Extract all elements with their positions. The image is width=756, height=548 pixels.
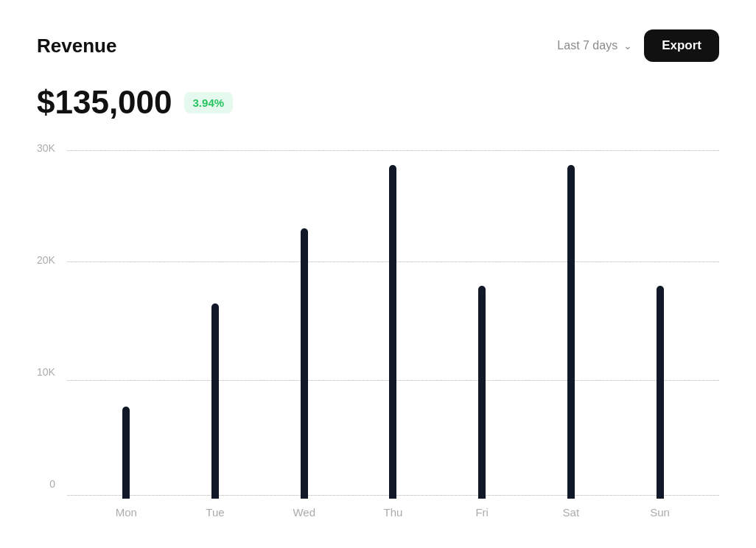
header-controls: Last 7 days ⌄ Export <box>557 29 719 62</box>
x-axis-label: Thu <box>371 506 415 519</box>
x-axis: MonTueWedThuFriSatSun <box>67 499 719 519</box>
y-axis-label: 0 <box>49 479 55 489</box>
date-filter-label: Last 7 days <box>557 39 617 52</box>
revenue-value: $135,000 <box>37 84 172 121</box>
x-axis-label: Sun <box>638 506 682 519</box>
x-axis-label: Sat <box>549 506 593 519</box>
bar-col <box>122 143 130 499</box>
bar <box>657 286 664 499</box>
grid-and-bars <box>67 143 719 499</box>
page-title: Revenue <box>37 35 116 57</box>
bar-col <box>478 143 486 499</box>
bar-col <box>211 143 219 499</box>
bar-col <box>301 143 308 499</box>
x-axis-label: Wed <box>282 506 326 519</box>
metrics-row: $135,000 3.94% <box>37 84 719 121</box>
bars-container <box>67 143 719 499</box>
y-axis-label: 20K <box>37 255 55 265</box>
chart-area: 30K20K10K0 MonTueWedThuFriSatSun <box>37 143 719 519</box>
bar <box>211 303 219 499</box>
chart-body: MonTueWedThuFriSatSun <box>67 143 719 519</box>
bar <box>301 228 308 499</box>
x-axis-label: Fri <box>460 506 504 519</box>
y-axis-label: 30K <box>37 143 55 153</box>
y-axis-label: 10K <box>37 367 55 377</box>
bar <box>567 165 575 499</box>
date-filter-dropdown[interactable]: Last 7 days ⌄ <box>557 39 632 52</box>
bar <box>122 407 130 499</box>
revenue-card: Revenue Last 7 days ⌄ Export $135,000 3.… <box>0 0 756 548</box>
change-badge: 3.94% <box>184 92 234 113</box>
bar-col <box>657 143 664 499</box>
x-axis-label: Mon <box>104 506 148 519</box>
y-axis: 30K20K10K0 <box>37 143 67 519</box>
bar <box>478 286 486 499</box>
chevron-down-icon: ⌄ <box>623 40 632 52</box>
bar <box>389 165 396 499</box>
export-button[interactable]: Export <box>644 29 719 62</box>
x-axis-label: Tue <box>193 506 237 519</box>
card-header: Revenue Last 7 days ⌄ Export <box>37 29 719 62</box>
bar-col <box>567 143 575 499</box>
bar-col <box>389 143 396 499</box>
